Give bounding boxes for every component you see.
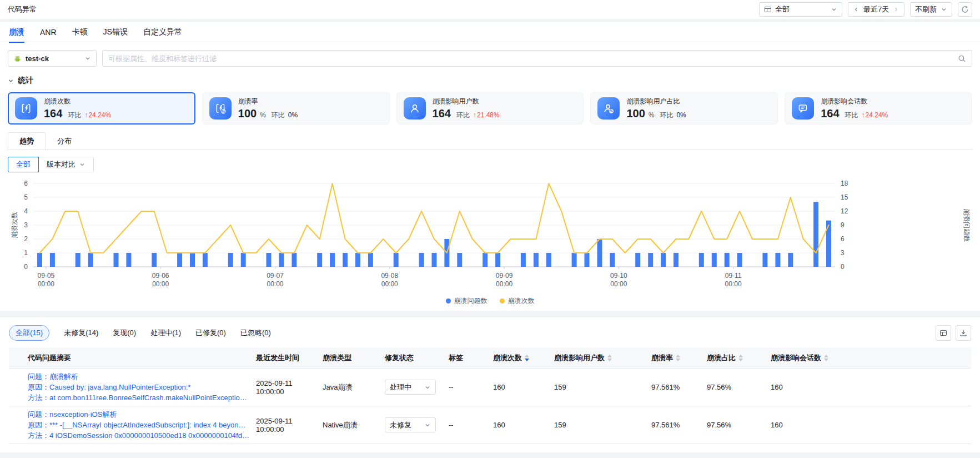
tab-distribution[interactable]: 分布 — [46, 132, 83, 150]
svg-text:09-08: 09-08 — [381, 272, 398, 280]
stat-card-crash-rate[interactable]: % 崩溃率 100 % 环比 0% — [202, 92, 390, 125]
stat-value: 100 — [626, 107, 645, 120]
tab-crash[interactable]: 崩溃 — [9, 22, 24, 42]
svg-text:6: 6 — [24, 180, 28, 187]
filter-unfixed[interactable]: 未修复(14) — [64, 328, 98, 338]
stat-card-affected-users[interactable]: 崩溃影响用户数 164 环比 ↑21.48% — [396, 92, 584, 125]
svg-text:4: 4 — [24, 207, 28, 215]
svg-text:00:00: 00:00 — [725, 280, 742, 288]
stat-value: 164 — [821, 107, 839, 120]
svg-text:00:00: 00:00 — [610, 280, 627, 288]
filter-in-progress[interactable]: 处理中(1) — [150, 328, 181, 338]
sort-icons[interactable] — [607, 355, 612, 361]
stat-compare-label: 环比 — [845, 111, 858, 120]
date-range-picker[interactable]: 最近7天 — [848, 2, 904, 17]
column-settings-button[interactable] — [936, 325, 951, 341]
tab-trend[interactable]: 趋势 — [8, 132, 46, 150]
stat-title: 崩溃影响用户数 — [433, 97, 500, 106]
svg-text:%: % — [610, 109, 614, 113]
stat-title: 崩溃影响会话数 — [821, 97, 888, 106]
sort-icons[interactable] — [824, 355, 828, 361]
svg-text:15: 15 — [841, 193, 848, 201]
fix-status-select[interactable]: 未修复 — [385, 417, 436, 432]
top-bar: 代码异常 全部 最近7天 不刷新 — [0, 0, 980, 19]
tag-value: -- — [449, 421, 493, 429]
svg-text:00:00: 00:00 — [381, 280, 398, 288]
issue-cause-link[interactable]: 原因：*** -[__NSArrayI objectAtIndexedSubsc… — [28, 421, 249, 430]
search-input[interactable] — [108, 54, 953, 63]
overview-panel: test-ck 统计 崩溃次数 164 环比 ↑24.24% — [0, 42, 980, 311]
issues-panel: 全部(15) 未修复(14) 复现(0) 处理中(1) 已修复(0) 已忽略(0… — [0, 317, 980, 452]
issue-title-link[interactable]: 问题：崩溃解析 — [28, 372, 249, 381]
chevron-right-icon[interactable] — [893, 6, 899, 13]
tab-anr[interactable]: ANR — [40, 22, 57, 42]
android-icon — [13, 54, 22, 63]
svg-text:1: 1 — [24, 249, 28, 257]
app-version-select[interactable]: test-ck — [8, 50, 97, 67]
filter-reproduced[interactable]: 复现(0) — [113, 328, 136, 338]
legend-crash-issue-count[interactable]: 崩溃问题数 — [446, 296, 488, 306]
app-filter-select[interactable]: 全部 — [759, 2, 842, 17]
crash-rate-icon: % — [209, 97, 232, 120]
issue-cause-link[interactable]: 原因：Caused by: java.lang.NullPointerExcep… — [28, 383, 249, 392]
chevron-down-icon — [424, 422, 431, 429]
search-icon[interactable] — [958, 54, 966, 63]
affected-users-icon — [404, 97, 426, 120]
stat-compare-label: 环比 — [456, 111, 470, 120]
crash-rate-value: 97.561% — [651, 421, 707, 429]
svg-text:9: 9 — [841, 221, 845, 229]
stat-value: 164 — [433, 107, 451, 120]
header-crash-type: 崩溃类型 — [323, 353, 385, 363]
affected-users-value: 159 — [554, 383, 651, 391]
trend-chart: 01234560369121518崩溃次数崩溃问题数09-0500:0009-0… — [8, 176, 972, 293]
refresh-interval-select[interactable]: 不刷新 — [910, 2, 952, 17]
svg-text:%: % — [222, 109, 225, 113]
refresh-icon — [961, 6, 969, 13]
stat-title: 崩溃率 — [238, 97, 298, 106]
tab-stutter[interactable]: 卡顿 — [72, 22, 88, 42]
trend-mode-all[interactable]: 全部 — [8, 157, 39, 172]
sort-icons[interactable] — [525, 355, 529, 361]
issue-title-link[interactable]: 问题：nsexception-iOS解析 — [28, 410, 249, 419]
filter-fixed[interactable]: 已修复(0) — [195, 328, 226, 338]
header-crash-ratio: 崩溃占比 — [707, 353, 771, 363]
refresh-button[interactable] — [958, 2, 972, 17]
chevron-left-icon[interactable] — [853, 6, 860, 13]
stat-card-affected-sessions[interactable]: 崩溃影响会话数 164 环比 ↑24.24% — [785, 92, 972, 125]
last-occurred-time: 2025-09-11 10:00:00 — [256, 417, 323, 434]
sort-icons[interactable] — [738, 355, 743, 361]
legend-dot-blue — [446, 298, 451, 303]
issue-method-link[interactable]: 方法：at com.bon111ree.BonreeSelfCrash.make… — [28, 394, 249, 402]
table-header-row: 代码问题摘要 最近发生时间 崩溃类型 修复状态 标签 崩溃次数 崩溃影响用户数 … — [9, 347, 971, 369]
issue-method-link[interactable]: 方法：4 iOSDemoSession 0x000000010500ed18 0… — [28, 431, 249, 440]
crash-rate-value: 97.561% — [651, 383, 707, 391]
svg-text:00:00: 00:00 — [496, 280, 512, 288]
crash-count-icon — [15, 97, 37, 120]
tab-custom-exception[interactable]: 自定义异常 — [143, 22, 182, 42]
trend-mode-version-compare[interactable]: 版本对比 — [39, 157, 94, 172]
collapse-chevron-icon[interactable] — [8, 78, 14, 84]
tab-js-error[interactable]: JS错误 — [103, 22, 128, 42]
stat-card-crash-count[interactable]: 崩溃次数 164 环比 ↑24.24% — [8, 92, 195, 125]
fix-status-select[interactable]: 处理中 — [385, 380, 436, 395]
sort-icons[interactable] — [676, 355, 680, 361]
stats-section-title: 统计 — [18, 76, 33, 86]
filter-all[interactable]: 全部(15) — [9, 325, 49, 341]
up-arrow-icon: ↑ — [473, 111, 476, 119]
header-fix-status: 修复状态 — [385, 353, 449, 363]
refresh-interval-value: 不刷新 — [915, 4, 937, 14]
legend-crash-count[interactable]: 崩溃次数 — [500, 296, 535, 306]
svg-text:09-10: 09-10 — [610, 272, 627, 280]
crash-count-value: 160 — [493, 383, 554, 391]
stat-unit: % — [260, 111, 266, 119]
filter-ignored[interactable]: 已忽略(0) — [240, 328, 271, 338]
svg-text:00:00: 00:00 — [267, 280, 283, 288]
svg-text:12: 12 — [841, 207, 848, 215]
crash-ratio-value: 97.56% — [707, 383, 771, 391]
apps-icon — [764, 6, 772, 13]
stat-card-affected-users-ratio[interactable]: % 崩溃影响用户占比 100 % 环比 0% — [590, 92, 778, 125]
crash-type: Native崩溃 — [323, 420, 385, 430]
chart-legend: 崩溃问题数 崩溃次数 — [8, 295, 972, 306]
download-button[interactable] — [956, 325, 971, 341]
stat-value: 164 — [44, 107, 62, 120]
